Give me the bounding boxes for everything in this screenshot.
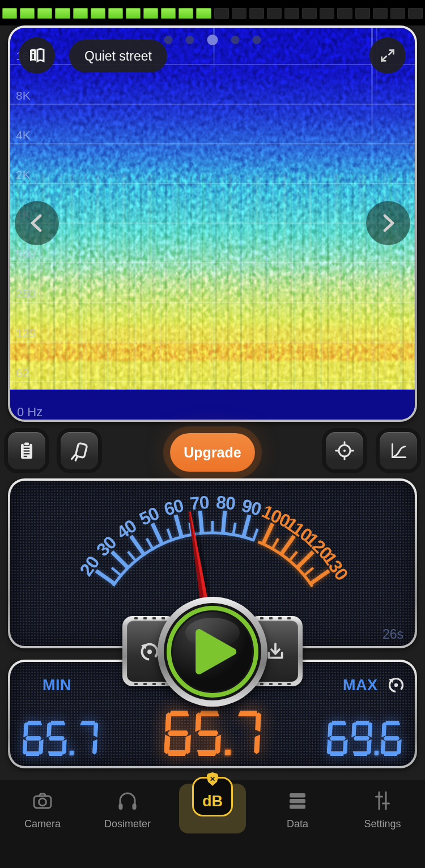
page-dot[interactable] (207, 35, 218, 45)
level-segment (373, 8, 388, 19)
decibel-meter-app: 16K 8K 4K 2K 1K 500 250 125 62 0 Hz (0, 0, 425, 868)
seven-segment-digit (233, 711, 262, 756)
response-curve-icon (388, 440, 409, 461)
spectrogram-panel: 16K 8K 4K 2K 1K 500 250 125 62 0 Hz (8, 25, 417, 422)
freq-label: 8K (16, 89, 31, 102)
seven-segment-digit (327, 721, 349, 756)
tab-meter[interactable]: dB ✕ Meter (170, 780, 255, 868)
gauge-tick-label: 50 (136, 503, 162, 529)
tab-label: Data (287, 818, 308, 830)
level-segment (302, 8, 317, 19)
guide-button[interactable] (19, 37, 55, 74)
level-segment (196, 8, 211, 19)
page-dot[interactable] (164, 36, 173, 44)
shield-icon: ✕ (207, 772, 219, 786)
tab-dosimeter[interactable]: Dosimeter (85, 780, 170, 868)
seven-segment-digit (350, 721, 372, 756)
level-segment (37, 8, 52, 19)
seven-segment-digit (164, 711, 193, 756)
tab-settings[interactable]: Settings (340, 780, 425, 868)
next-page-arrow[interactable] (366, 201, 410, 245)
expand-icon (378, 46, 397, 65)
crosshair-icon (334, 440, 355, 461)
grid-line (10, 223, 415, 224)
freq-label: 62 (16, 366, 29, 380)
tab-label: Dosimeter (104, 818, 151, 830)
page-dot[interactable] (231, 36, 240, 44)
decimal-point (375, 751, 379, 755)
level-segment (232, 8, 246, 19)
grid-line (10, 262, 415, 263)
gauge-tick-label: 20 (76, 553, 104, 580)
max-label: MAX (343, 677, 378, 694)
elapsed-time: 26s (382, 627, 403, 642)
level-segment (355, 8, 370, 19)
level-segment (267, 8, 282, 19)
gauge-tick-label: 70 (189, 492, 210, 514)
level-segment-bar (0, 0, 425, 25)
max-value-display (326, 721, 403, 756)
level-segment (2, 8, 17, 19)
notes-button[interactable] (8, 432, 45, 469)
gauge-tick-label: 80 (215, 492, 236, 514)
freq-label: 2K (16, 168, 31, 182)
camera-icon (30, 788, 55, 813)
level-segment (91, 8, 105, 19)
level-segment (55, 8, 70, 19)
preset-label: Quiet street (84, 49, 152, 64)
db-meter-badge-icon: dB ✕ (192, 777, 233, 816)
calibrate-target-button[interactable] (326, 432, 363, 469)
frequency-curve-button[interactable] (380, 432, 417, 469)
level-segment (126, 8, 141, 19)
level-segment (73, 8, 88, 19)
level-segment (178, 8, 193, 19)
level-segment (337, 8, 352, 19)
spectrogram-view[interactable]: 16K 8K 4K 2K 1K 500 250 125 62 0 Hz (10, 28, 415, 420)
calibration-button[interactable] (61, 432, 98, 469)
seven-segment-digit (76, 721, 98, 756)
level-segment (390, 8, 405, 19)
tab-data[interactable]: Data (255, 780, 340, 868)
open-book-icon (27, 45, 47, 66)
prev-page-arrow[interactable] (15, 201, 59, 245)
play-icon (191, 626, 240, 678)
grid-line (10, 381, 415, 382)
level-segment (284, 8, 299, 19)
grid-line (10, 104, 415, 105)
upgrade-label: Upgrade (184, 444, 241, 461)
level-segment (108, 8, 123, 19)
seven-segment-digit (46, 721, 68, 756)
page-dot[interactable] (186, 36, 194, 44)
min-value-display (22, 721, 99, 756)
headphones-icon (115, 788, 140, 813)
play-button[interactable] (158, 597, 267, 707)
level-segment (143, 8, 158, 19)
grid-line (10, 143, 415, 144)
level-segment (249, 8, 264, 19)
spectrogram-columns (10, 174, 415, 390)
level-segment (408, 8, 423, 19)
seven-segment-digit (194, 711, 223, 756)
preset-pill[interactable]: Quiet street (69, 40, 167, 72)
shake-device-icon (68, 439, 91, 462)
reset-minmax-button[interactable] (386, 674, 406, 697)
current-value-display (163, 711, 262, 756)
level-segments (2, 8, 423, 19)
fullscreen-button[interactable] (369, 37, 406, 74)
decimal-point (225, 750, 231, 755)
gauge-tick-label: 60 (162, 495, 186, 520)
clipboard-icon (16, 440, 37, 461)
tab-label: Camera (24, 818, 61, 830)
upgrade-button[interactable]: Upgrade (170, 433, 255, 472)
data-stack-icon (285, 788, 310, 813)
grid-line (10, 341, 415, 343)
page-dots[interactable] (164, 35, 261, 45)
decimal-point (70, 751, 74, 755)
tab-camera[interactable]: Camera (0, 780, 85, 868)
freq-label-zero: 0 Hz (17, 405, 42, 420)
page-dot[interactable] (253, 36, 261, 44)
reset-icon (386, 674, 406, 695)
freq-label: 4K (16, 129, 31, 142)
sliders-icon (370, 788, 395, 813)
min-label: MIN (42, 677, 71, 694)
